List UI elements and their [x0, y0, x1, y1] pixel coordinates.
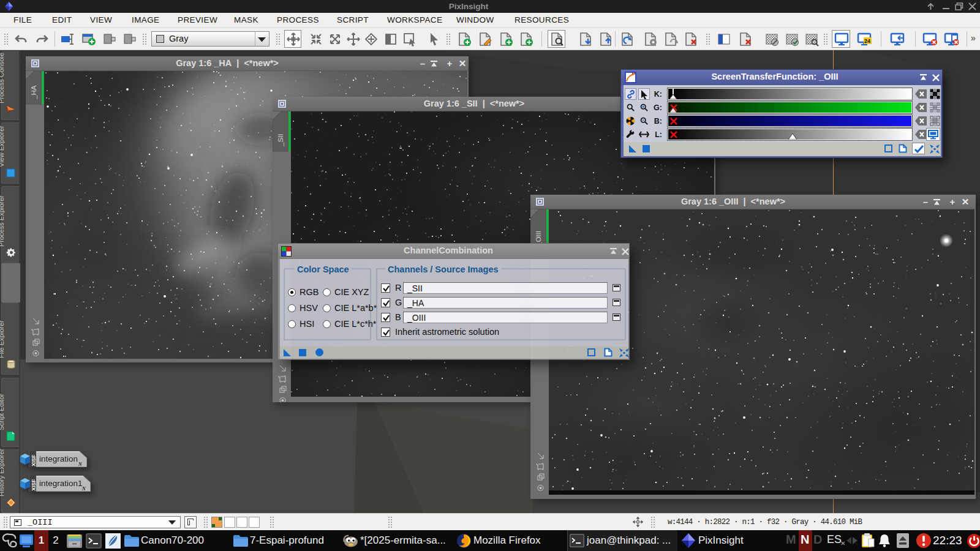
svg-text:integration1: integration1 [39, 479, 83, 488]
svg-text:Color Space: Color Space [297, 264, 349, 274]
svg-text:Channels / Source Images: Channels / Source Images [388, 264, 499, 274]
svg-text:_HA: _HA [30, 85, 37, 100]
svg-text:XISF: XISF [31, 455, 37, 467]
svg-text:24: 24 [864, 38, 870, 44]
svg-text:integration: integration [39, 454, 78, 463]
svg-text:_SII: _SII [277, 134, 284, 147]
svg-text:XISF: XISF [31, 479, 37, 491]
